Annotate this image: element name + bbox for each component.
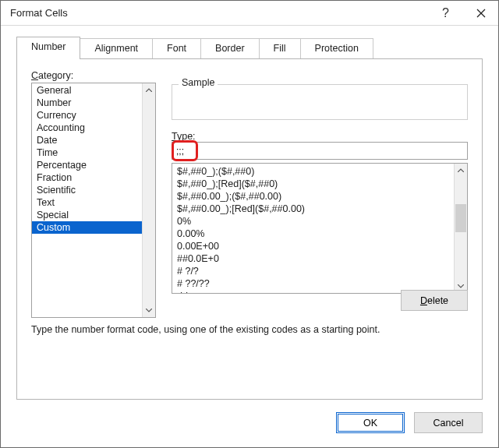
scroll-up-button[interactable]: [455, 164, 467, 177]
tab-label: Fill: [274, 43, 286, 54]
tab-font[interactable]: Font: [152, 38, 201, 58]
accel-underline: C: [31, 70, 38, 81]
category-list-items: General Number Currency Accounting Date …: [32, 83, 142, 317]
category-item-special[interactable]: Special: [32, 209, 142, 221]
accel-underline: D: [420, 295, 427, 306]
sample-group: Sample: [172, 84, 468, 120]
tab-protection[interactable]: Protection: [300, 38, 373, 58]
dialog-content: Number Alignment Font Border Fill Protec…: [1, 26, 498, 447]
format-item[interactable]: ##0.0E+0: [177, 252, 454, 265]
format-item[interactable]: 0%: [177, 215, 454, 228]
tab-number[interactable]: Number: [16, 37, 80, 59]
dialog-footer: OK Cancel: [336, 412, 483, 433]
tab-label: Alignment: [94, 43, 138, 54]
sample-label: Sample: [179, 77, 218, 88]
format-item[interactable]: # ?/?: [177, 265, 454, 277]
tab-strip: Number Alignment Font Border Fill Protec…: [16, 37, 483, 58]
chevron-down-icon: [458, 284, 464, 288]
scroll-up-button[interactable]: [143, 83, 155, 97]
close-icon: [476, 9, 486, 18]
tab-label: Number: [31, 41, 65, 52]
cancel-button[interactable]: Cancel: [414, 412, 483, 433]
label-text: ategory:: [38, 70, 73, 81]
category-item-fraction[interactable]: Fraction: [32, 171, 142, 184]
chevron-down-icon: [146, 309, 152, 312]
format-item[interactable]: 0.00E+00: [177, 240, 454, 252]
format-cells-dialog: Format Cells ? Number Alignment Font Bor…: [0, 0, 499, 448]
tab-label: Font: [167, 43, 186, 54]
category-item-number[interactable]: Number: [32, 97, 142, 109]
format-item[interactable]: 0.00%: [177, 228, 454, 240]
delete-button[interactable]: Delete: [401, 290, 468, 311]
tab-label: Protection: [315, 43, 359, 54]
button-label-rest: elete: [427, 295, 448, 306]
close-button[interactable]: [463, 1, 498, 25]
scroll-down-button[interactable]: [143, 304, 155, 317]
format-item[interactable]: $#,##0_);($#,##0): [177, 165, 454, 178]
tab-alignment[interactable]: Alignment: [80, 38, 153, 58]
help-button[interactable]: ?: [428, 1, 463, 25]
label-text: ype:: [177, 131, 196, 142]
category-item-percentage[interactable]: Percentage: [32, 159, 142, 171]
category-item-text[interactable]: Text: [32, 196, 142, 209]
category-item-accounting[interactable]: Accounting: [32, 122, 142, 134]
ok-button[interactable]: OK: [336, 412, 405, 433]
category-item-general[interactable]: General: [32, 84, 142, 97]
format-item[interactable]: $#,##0.00_);[Red]($#,##0.00): [177, 203, 454, 215]
format-list-items: $#,##0_);($#,##0) $#,##0_);[Red]($#,##0)…: [172, 164, 454, 293]
tab-pane-number: Category: General Number Currency Accoun…: [16, 58, 483, 400]
scroll-track[interactable]: [143, 97, 155, 304]
type-input-wrap: [172, 142, 468, 160]
right-column: Sample Type: $#,##0_);($#,##0) $#,##0_);…: [172, 70, 468, 294]
tab-border[interactable]: Border: [200, 38, 260, 58]
window-title: Format Cells: [10, 7, 428, 19]
accel-underline: T: [172, 131, 177, 142]
category-scrollbar[interactable]: [142, 83, 155, 317]
format-item[interactable]: # ??/??: [177, 277, 454, 290]
category-item-custom[interactable]: Custom: [32, 221, 142, 234]
category-item-time[interactable]: Time: [32, 146, 142, 159]
type-label: Type:: [172, 131, 468, 142]
category-item-currency[interactable]: Currency: [32, 109, 142, 122]
category-item-scientific[interactable]: Scientific: [32, 184, 142, 196]
scroll-track[interactable]: [455, 177, 467, 280]
chevron-up-icon: [458, 168, 464, 172]
format-item[interactable]: $#,##0.00_);($#,##0.00): [177, 190, 454, 203]
chevron-up-icon: [146, 88, 152, 92]
format-list[interactable]: $#,##0_);($#,##0) $#,##0_);[Red]($#,##0)…: [172, 163, 468, 294]
tab-fill[interactable]: Fill: [259, 38, 301, 58]
category-item-date[interactable]: Date: [32, 134, 142, 146]
type-input[interactable]: [172, 142, 468, 160]
format-scrollbar[interactable]: [454, 164, 467, 293]
title-bar: Format Cells ?: [1, 1, 498, 26]
tab-label: Border: [215, 43, 245, 54]
format-item[interactable]: $#,##0_);[Red]($#,##0): [177, 178, 454, 190]
hint-text: Type the number format code, using one o…: [31, 324, 468, 335]
scroll-thumb[interactable]: [455, 204, 466, 232]
category-listbox[interactable]: General Number Currency Accounting Date …: [31, 83, 156, 318]
